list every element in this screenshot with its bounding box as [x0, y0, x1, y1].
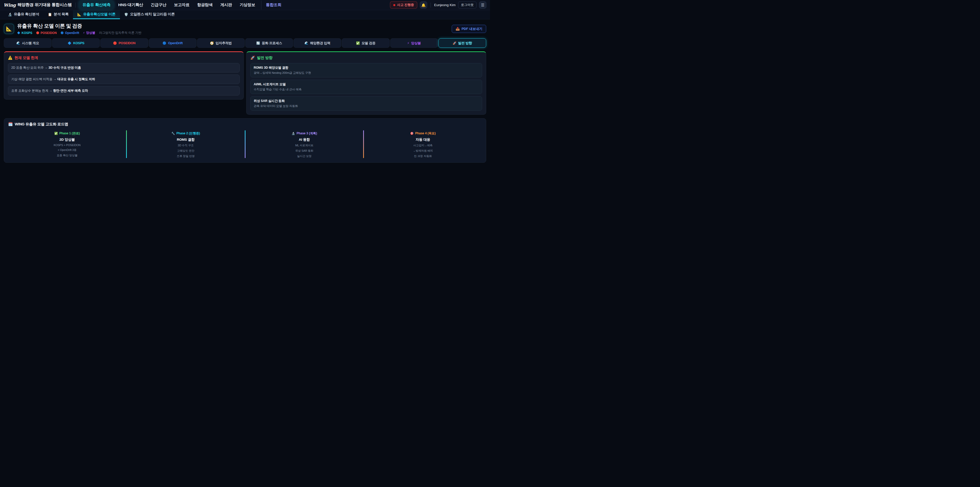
section-tab-future-direction[interactable]: 🚀발전 방향 — [438, 38, 486, 48]
badge-label: POSEIDON — [41, 31, 57, 35]
app-title: 해양환경 위기대응 통합시스템 — [18, 2, 72, 8]
badge-label: OpenDrift — [65, 31, 79, 35]
section-tab-weathering-process[interactable]: 🔄풍화 프로세스 — [245, 38, 293, 48]
limitation-highlight: 3D 수직 구조 반영 미흡 — [48, 66, 81, 69]
section-tab-poseidon[interactable]: 🔴POSEIDON — [100, 38, 148, 48]
logout-button[interactable]: 로그아웃 — [458, 2, 476, 8]
pdf-export-label: PDF 내보내기 — [461, 27, 482, 31]
nav-item-board[interactable]: 게시판 — [217, 0, 235, 10]
top-navigation-bar: Wing 해양환경 위기대응 통합시스템 유출유 확산예측 HNS·대기확산 긴… — [0, 0, 490, 10]
phase-detail: →방제자원 배치 — [364, 149, 482, 153]
main-content: 📐 유출유 확산 모델 이론 및 검증 🔷 KOSPS 🔴 POSEIDON 🔵… — [0, 19, 490, 168]
check-icon: ✅ — [54, 132, 58, 135]
divider — [75, 3, 76, 8]
section-tab-label: 해양환경 입력 — [310, 41, 331, 45]
hamburger-menu-button[interactable]: ☰ — [479, 1, 487, 9]
page-title-block: 유출유 확산 모델 이론 및 검증 🔷 KOSPS 🔴 POSEIDON 🔵 O… — [17, 22, 142, 35]
microscope-icon: 🔬 — [8, 13, 12, 16]
badge-poseidon: 🔴 POSEIDON — [36, 31, 57, 35]
section-tab-system-overview[interactable]: 🌊시스템 개요 — [4, 38, 52, 48]
direction-description: 관측 유막 데이터 모델 보정 자동화 — [254, 104, 479, 108]
limitation-highlight: 항만·연안 세부 예측 오차 — [53, 89, 88, 93]
badge-label: 앙상블 — [86, 30, 95, 35]
phase-detail: 3D 수직 구조 — [127, 144, 245, 147]
phase-1-label: ✅ Phase 1 (완료) — [54, 131, 80, 136]
incident-in-progress-badge[interactable]: 사고 진행중 — [390, 1, 417, 9]
phase-detail: 고해상도 연안 — [127, 149, 245, 153]
nav-item-reports[interactable]: 보고자료 — [171, 0, 193, 10]
compass-icon: 🧭 — [210, 42, 214, 45]
phase-detail: 전 과정 자동화 — [364, 154, 482, 158]
lightning-icon: ⚡ — [83, 31, 85, 34]
limitation-highlight: 대규모 유출 시 정확도 저하 — [57, 77, 95, 81]
limitation-item: 2D 표층 확산 모의 위주 → 3D 수직 구조 반영 미흡 — [8, 63, 240, 72]
section-tab-kosps[interactable]: 🔷KOSPS — [52, 38, 100, 48]
microscope-icon: 🔬 — [291, 132, 295, 135]
panel-title-text: 현재 모델 한계 — [14, 56, 38, 60]
red-circle-icon: 🔴 — [36, 31, 39, 34]
nav-item-aerial-search[interactable]: 항공탐색 — [194, 0, 216, 10]
logo-mark: Wing — [3, 3, 16, 8]
section-tab-ensemble[interactable]: ⚡앙상블 — [390, 38, 438, 48]
tab-oil-spill-analysis[interactable]: 🔬 유출유 확산분석 — [3, 10, 43, 19]
future-directions-panel: 🚀 발전 방향 ROMS 3D 해양모델 결합 광역→상세역 Nesting 2… — [246, 51, 486, 115]
section-tab-label: 시스템 개요 — [22, 41, 39, 45]
incident-dot-icon — [393, 4, 395, 6]
section-tab-particle-tracking[interactable]: 🧭입자추적법 — [197, 38, 245, 48]
direction-card: ROMS 3D 해양모델 결합 광역→상세역 Nesting 200m급 고해상… — [250, 63, 482, 77]
nav-item-weather-info[interactable]: 기상정보 — [236, 0, 259, 10]
section-tab-opendrift[interactable]: 🔵OpenDrift — [149, 38, 197, 48]
phase-detail: 표층 확산 앙상블 — [8, 153, 126, 157]
hamburger-icon: ☰ — [481, 3, 484, 7]
content-panels: ⚠️ 현재 모델 한계 2D 표층 확산 모의 위주 → 3D 수직 구조 반영… — [4, 51, 486, 115]
section-tab-ocean-env-input[interactable]: 🌊해양환경 입력 — [293, 38, 341, 48]
tab-label: 유출유확산모델 이론 — [83, 12, 116, 17]
panel-title-text: 발전 방향 — [257, 56, 272, 60]
tab-analysis-list[interactable]: 📋 분석 목록 — [43, 10, 73, 19]
limitation-item: 조류 조화상수 분해능 한계 → 항만·연안 세부 예측 오차 — [8, 86, 240, 96]
tab-spill-model-theory[interactable]: 📐 유출유확산모델 이론 — [73, 10, 120, 19]
section-tab-strip: 🌊시스템 개요 🔷KOSPS 🔴POSEIDON 🔵OpenDrift 🧭입자추… — [4, 38, 486, 48]
current-limitations-panel: ⚠️ 현재 모델 한계 2D 표층 확산 모의 위주 → 3D 수직 구조 반영… — [4, 51, 244, 100]
export-icon: 📤 — [455, 27, 460, 30]
phase-3-title: AI 융합 — [245, 137, 363, 142]
nav-item-hns-air-dispersion[interactable]: HNS·대기확산 — [115, 0, 146, 10]
phase-4-label: 🎯 Phase 4 (목표) — [410, 131, 436, 136]
direction-card: AI/ML 서로게이트 모델 수치모델 학습 기반 수초 내 근사 예측 — [250, 80, 482, 94]
triangular-ruler-icon: 📐 — [6, 26, 12, 32]
shield-icon: 🛡️ — [124, 13, 128, 16]
nav-item-integrated-search[interactable]: 통합조회 — [261, 0, 285, 10]
pdf-export-button[interactable]: 📤 PDF 내보내기 — [452, 25, 486, 33]
rocket-icon: 🚀 — [453, 42, 457, 45]
phase-detail: 사고감지→예측 — [364, 144, 482, 147]
model-badge-row: 🔷 KOSPS 🔴 POSEIDON 🔵 OpenDrift ⚡ 앙상블 라그랑… — [17, 30, 142, 35]
bell-icon: 🔔 — [422, 3, 426, 7]
app-logo[interactable]: Wing 해양환경 위기대응 통합시스템 — [3, 2, 72, 8]
roadmap-phase-4: 🎯 Phase 4 (목표) 자동 대응 사고감지→예측 →방제자원 배치 전 … — [364, 130, 482, 158]
section-tab-model-validation[interactable]: ✅모델 검증 — [342, 38, 390, 48]
tab-label: 유출유 확산분석 — [14, 12, 39, 17]
section-tab-label: KOSPS — [73, 41, 84, 45]
phase-4-title: 자동 대응 — [364, 137, 482, 142]
phase-label-text: Phase 4 (목표) — [415, 131, 436, 136]
phase-label-text: Phase 1 (완료) — [59, 131, 80, 136]
triangular-ruler-icon: 📐 — [77, 13, 81, 16]
badge-label: KOSPS — [21, 31, 32, 35]
roadmap-phase-1: ✅ Phase 1 (완료) 2D 앙상블 KOSPS + POSEIDON +… — [8, 130, 126, 158]
nav-item-emergency-rescue[interactable]: 긴급구난 — [148, 0, 170, 10]
tab-oil-fence-algorithm-theory[interactable]: 🛡️ 오일펜스 배치 알고리즘 이론 — [120, 10, 179, 19]
blue-circle-icon: 🔵 — [60, 31, 64, 34]
page-subtitle: 라그랑지안 입자추적 이론 기반 — [99, 30, 142, 35]
check-icon: ✅ — [356, 42, 360, 45]
wave-icon: 🌊 — [304, 42, 308, 45]
sub-tab-bar: 🔬 유출유 확산분석 📋 분석 목록 📐 유출유확산모델 이론 🛡️ 오일펜스 … — [0, 10, 490, 19]
clipboard-icon: 📋 — [48, 13, 52, 16]
incident-badge-label: 사고 진행중 — [397, 3, 414, 7]
section-tab-label: POSEIDON — [119, 41, 135, 45]
roadmap-panel: 🗓️ WING 유출유 모델 고도화 로드맵 ✅ Phase 1 (완료) 2D… — [4, 118, 486, 163]
notification-button[interactable]: 🔔 — [420, 1, 427, 9]
phase-1-title: 2D 앙상블 — [8, 137, 126, 142]
tab-label: 분석 목록 — [54, 12, 68, 17]
nav-item-oil-spill-prediction[interactable]: 유출유 확산예측 — [79, 0, 114, 10]
roadmap-title-text: WING 유출유 모델 고도화 로드맵 — [15, 122, 68, 127]
